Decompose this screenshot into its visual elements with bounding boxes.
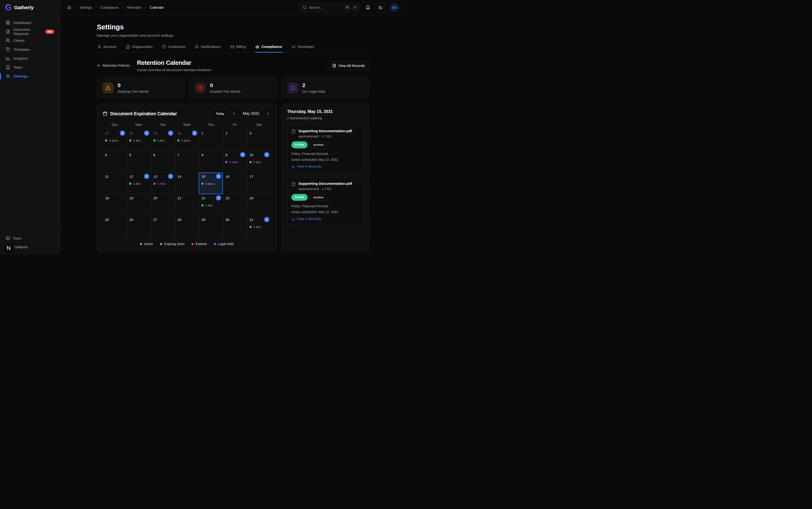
calendar-day-28-outside[interactable]: 2811 doc (127, 129, 151, 151)
calendar-day-20[interactable]: 20 (151, 194, 175, 216)
breadcrumb-compliance[interactable]: Compliance (100, 6, 119, 9)
home-icon[interactable] (67, 5, 71, 9)
theme-toggle-button[interactable] (376, 3, 385, 12)
tab-developer[interactable]: Developer (291, 45, 315, 53)
calendar-day-2[interactable]: 2 (223, 129, 247, 151)
sidebar-item-analytics[interactable]: Analytics (3, 54, 57, 63)
sidebar-item-document-requests[interactable]: Document Requests99+ (3, 27, 57, 36)
back-link-retention-policies[interactable]: Retention Policies (97, 64, 130, 67)
tab-organization[interactable]: Organization (126, 45, 153, 53)
calendar-day-27[interactable]: 27 (151, 216, 175, 237)
day-number: 29 (154, 131, 157, 135)
calendar-day-31[interactable]: 3111 doc (247, 216, 271, 237)
sidebar-item-label: Templates (13, 47, 30, 52)
calendar-day-14[interactable]: 14 (175, 173, 199, 194)
calendar-day-3[interactable]: 3 (247, 129, 271, 151)
calendar-day-4[interactable]: 4 (103, 151, 127, 173)
sidebar-item-settings[interactable]: Settings (3, 72, 57, 80)
calendar-day-12[interactable]: 1211 doc (127, 173, 151, 194)
calendar-day-27-outside[interactable]: 2722 docs (103, 129, 127, 151)
day-number: 13 (154, 174, 157, 178)
search-input[interactable] (309, 6, 342, 9)
chevron-right-icon (74, 6, 77, 9)
breadcrumb-settings[interactable]: Settings (79, 6, 92, 9)
calendar-day-19[interactable]: 19 (127, 194, 151, 216)
sidebar-item-team[interactable]: Team (3, 63, 57, 72)
calendar-day-5[interactable]: 5 (127, 151, 151, 173)
calendar-day-24[interactable]: 24 (247, 194, 271, 216)
document-meta: application/pdf · 1.7 KB (298, 187, 352, 191)
event-dot-icon (154, 139, 156, 142)
calendar-day-11[interactable]: 11 (103, 173, 127, 194)
day-count-badge: 2 (192, 131, 197, 136)
calendar-day-22[interactable]: 2211 doc (199, 194, 223, 216)
calendar-day-29[interactable]: 29 (199, 216, 223, 237)
bell-icon (366, 5, 370, 10)
file-text-icon (6, 29, 10, 34)
day-number: 27 (154, 218, 157, 222)
day-number: 26 (129, 218, 133, 222)
calendar-day-21[interactable]: 21 (175, 194, 199, 216)
breadcrumb-retention[interactable]: Retention (127, 6, 141, 9)
calendar-day-8[interactable]: 8 (199, 151, 223, 173)
event-dot-icon (177, 139, 180, 142)
calendar-day-10[interactable]: 1011 doc (247, 151, 271, 173)
tab-account[interactable]: Account (97, 45, 117, 53)
calendar-day-15[interactable]: 1522 docs (199, 173, 223, 194)
sidebar-footer-item-docs[interactable]: Docs (3, 234, 57, 242)
calendar-day-16[interactable]: 16 (223, 173, 247, 194)
calendar-day-18[interactable]: 18 (103, 194, 127, 216)
document-meta: application/pdf · 1.7 KB (298, 135, 352, 138)
tab-billing[interactable]: Billing (230, 45, 247, 53)
event-dot-icon (201, 183, 203, 185)
sidebar-item-clients[interactable]: Clients (3, 36, 57, 45)
calendar-day-28[interactable]: 28 (175, 216, 199, 237)
calendar-day-17[interactable]: 17 (247, 173, 271, 194)
tab-compliance[interactable]: Compliance (255, 45, 283, 53)
legend-item-active: Active (140, 242, 153, 246)
calendar-icon (103, 111, 107, 116)
calendar-day-25[interactable]: 25 (103, 216, 127, 237)
content-area: Settings Manage your organization and ac… (60, 15, 406, 254)
view-all-records-button[interactable]: View All Records (328, 61, 369, 70)
calendar-day-26[interactable]: 26 (127, 216, 151, 237)
calendar-day-1[interactable]: 1 (199, 129, 223, 151)
calendar-day-6[interactable]: 6 (151, 151, 175, 173)
calendar-day-13[interactable]: 1311 held (151, 173, 175, 194)
calendar-day-7[interactable]: 7 (175, 151, 199, 173)
breadcrumb-calendar: Calendar (150, 6, 164, 9)
sidebar-item-label: Clients (13, 38, 25, 43)
search-box: ⌘ K (299, 3, 360, 12)
legend-dot-icon (160, 243, 162, 245)
notifications-button[interactable] (365, 4, 371, 11)
sidebar-item-dashboard[interactable]: Dashboard (3, 18, 57, 27)
shield-icon (287, 82, 298, 93)
prev-month-button[interactable] (231, 111, 237, 116)
event-label: 1 doc (205, 204, 213, 207)
palette-icon (162, 45, 166, 49)
sidebar-footer-label: Collapse (13, 245, 28, 249)
view-in-records-link[interactable]: View in Records (291, 165, 359, 168)
day-detail-panel: Thursday, May 15, 2031 2 document(s) exp… (281, 104, 369, 252)
stat-value: 2 (302, 82, 325, 89)
next-month-button[interactable] (265, 111, 271, 116)
stat-label: Expiring This Month (118, 90, 149, 94)
calendar-day-30[interactable]: 30 (223, 216, 247, 237)
calendar-day-23[interactable]: 23 (223, 194, 247, 216)
tab-customize[interactable]: Customize (162, 45, 186, 53)
dev-overlay-badge[interactable]: N (3, 243, 14, 253)
event-label: 1 held (229, 160, 238, 164)
user-avatar[interactable]: DS (390, 3, 399, 12)
day-number: 28 (129, 131, 133, 135)
view-in-records-link[interactable]: View in Records (291, 217, 359, 221)
day-number: 9 (225, 153, 227, 157)
calendar-day-9[interactable]: 911 held (223, 151, 247, 173)
calendar-day-30-outside[interactable]: 3022 docs (175, 129, 199, 151)
sidebar-item-label: Document Requests (13, 28, 42, 36)
calendar-day-29-outside[interactable]: 2911 doc (151, 129, 175, 151)
chevron-right-icon (94, 6, 98, 9)
tab-notifications[interactable]: Notifications (194, 45, 221, 53)
today-button[interactable]: Today (212, 110, 228, 117)
sidebar-item-templates[interactable]: Templates (3, 45, 57, 54)
sidebar-item-label: Dashboard (13, 21, 31, 25)
